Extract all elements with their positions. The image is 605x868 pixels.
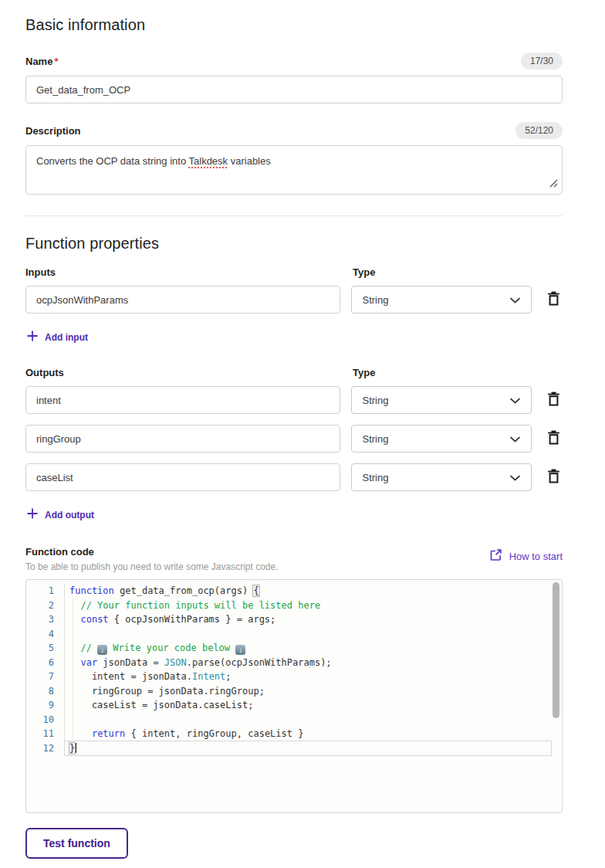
misspelled-word: Talkdesk	[189, 155, 228, 167]
line-number: 4	[26, 627, 65, 642]
description-textarea[interactable]: Converts the OCP data string into Talkde…	[25, 145, 563, 195]
code-text: return { intent, ringGroup, caseList }	[65, 727, 551, 741]
code-line: 2 // Your function inputs will be listed…	[26, 598, 562, 613]
code-line: 8 ringGroup = jsonData.ringGroup;	[26, 684, 562, 699]
outputs-label: Outputs	[25, 367, 353, 378]
code-text	[65, 713, 551, 727]
line-number: 5	[26, 641, 65, 656]
description-char-counter: 52/120	[515, 122, 563, 139]
name-label-row: Name* 17/30	[25, 53, 563, 70]
required-asterisk: *	[54, 56, 58, 67]
code-text: var jsonData = JSON.parse(ocpJsonWithPar…	[65, 656, 551, 670]
line-number: 3	[26, 612, 65, 627]
external-link-icon	[489, 548, 502, 564]
code-line: 7 intent = jsonData.Intent;	[26, 670, 562, 684]
name-label: Name*	[25, 56, 58, 67]
line-number: 12	[26, 741, 65, 756]
function-code-header: Function code To be able to publish you …	[25, 546, 563, 572]
output-row: String	[25, 386, 563, 414]
code-line: 6 var jsonData = JSON.parse(ocpJsonWithP…	[26, 656, 562, 670]
resize-handle-icon[interactable]	[549, 178, 558, 191]
code-text: caseList = jsonData.caseList;	[65, 698, 551, 713]
code-line: 10	[26, 713, 562, 727]
input-row: String	[25, 286, 563, 314]
chevron-down-icon	[510, 433, 520, 445]
line-number: 2	[26, 598, 65, 613]
output-type-select[interactable]: String	[351, 425, 532, 453]
output-type-select[interactable]: String	[351, 463, 532, 491]
code-text: }	[65, 741, 551, 756]
line-number: 8	[26, 684, 65, 699]
function-properties-title: Function properties	[25, 235, 563, 253]
code-line: 5 // ↓ Write your code below ↓	[26, 641, 562, 656]
line-number: 1	[26, 584, 65, 598]
name-input[interactable]	[25, 76, 563, 103]
line-number: 6	[26, 656, 65, 670]
inputs-type-label: Type	[353, 266, 375, 278]
output-row: String	[25, 425, 563, 453]
trash-icon	[547, 291, 560, 308]
delete-output-button[interactable]	[544, 468, 563, 487]
function-code-subtitle: To be able to publish you need to write …	[25, 561, 279, 572]
line-number: 9	[26, 698, 65, 713]
delete-output-button[interactable]	[544, 429, 563, 448]
code-lines: 1function get_data_from_ocp(args) {2 // …	[26, 580, 562, 755]
line-number: 7	[26, 670, 65, 684]
down-arrow-emoji-icon: ↓	[97, 645, 107, 655]
test-function-button[interactable]: Test function	[25, 828, 128, 859]
code-text: ringGroup = jsonData.ringGroup;	[65, 684, 551, 699]
code-line: 4	[26, 627, 562, 642]
trash-icon	[547, 430, 560, 447]
section-divider	[25, 215, 563, 216]
chevron-down-icon	[510, 395, 520, 406]
code-line: 12}	[26, 741, 562, 756]
delete-input-button[interactable]	[544, 290, 563, 309]
code-text: intent = jsonData.Intent;	[65, 670, 551, 684]
output-name-field[interactable]	[25, 463, 340, 491]
function-code-label: Function code	[25, 546, 279, 558]
code-editor[interactable]: 1function get_data_from_ocp(args) {2 // …	[25, 579, 563, 813]
outputs-type-label: Type	[353, 367, 375, 378]
output-type-select[interactable]: String	[351, 386, 532, 414]
plus-icon	[27, 508, 38, 521]
code-line: 9 caseList = jsonData.caseList;	[26, 698, 562, 713]
trash-icon	[547, 469, 560, 486]
code-line: 11 return { intent, ringGroup, caseList …	[26, 727, 562, 741]
inputs-column-labels: Inputs Type	[25, 266, 563, 278]
trash-icon	[547, 392, 560, 409]
name-char-counter: 17/30	[521, 53, 563, 70]
description-label: Description	[25, 125, 81, 137]
plus-icon	[27, 331, 38, 344]
basic-information-title: Basic information	[25, 16, 563, 34]
input-name-field[interactable]	[25, 286, 340, 314]
how-to-start-link[interactable]: How to start	[489, 548, 563, 564]
input-type-select[interactable]: String	[351, 286, 532, 314]
delete-output-button[interactable]	[544, 391, 563, 409]
line-number: 11	[26, 727, 65, 741]
code-line: 3 const { ocpJsonWithParams } = args;	[26, 612, 562, 627]
add-input-button[interactable]: Add input	[27, 331, 88, 344]
code-line: 1function get_data_from_ocp(args) {	[26, 584, 562, 598]
chevron-down-icon	[510, 294, 520, 306]
code-text: function get_data_from_ocp(args) {	[65, 584, 551, 598]
description-label-row: Description 52/120	[25, 122, 563, 139]
inputs-label: Inputs	[25, 266, 353, 278]
code-text: const { ocpJsonWithParams } = args;	[65, 612, 551, 627]
add-output-button[interactable]: Add output	[27, 508, 94, 521]
output-name-field[interactable]	[25, 386, 340, 414]
code-text: // ↓ Write your code below ↓	[65, 641, 551, 656]
line-number: 10	[26, 713, 65, 727]
output-row: String	[25, 463, 563, 491]
chevron-down-icon	[510, 472, 520, 483]
outputs-column-labels: Outputs Type	[25, 367, 563, 378]
code-text	[65, 627, 551, 642]
down-arrow-emoji-icon: ↓	[235, 645, 245, 655]
code-text: // Your function inputs will be listed h…	[65, 598, 551, 613]
function-editor-page: Basic information Name* 17/30 Descriptio…	[25, 0, 563, 859]
editor-scrollbar[interactable]	[553, 582, 559, 718]
output-name-field[interactable]	[25, 425, 340, 453]
